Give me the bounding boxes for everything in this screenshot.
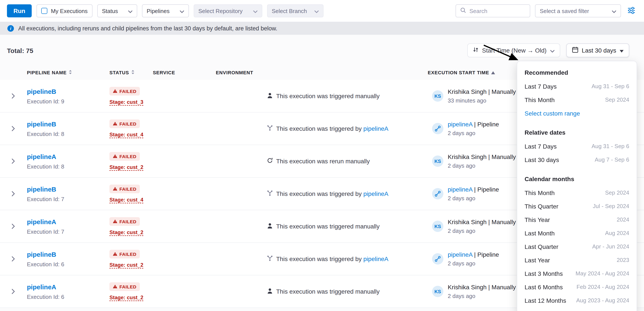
triggered-by: Krishika Singh | Manually — [448, 284, 516, 290]
triggered-by: Krishika Singh | Manually — [448, 153, 516, 160]
warning-triangle-icon — [113, 121, 117, 126]
expand-chevron-icon[interactable] — [8, 221, 18, 232]
sort-asc-icon[interactable] — [491, 70, 495, 75]
menu-item-value: Aug 2024 — [605, 230, 629, 236]
menu-item-select-custom-range[interactable]: Select custom range — [524, 106, 629, 120]
pipeline-name-link[interactable]: pipelineB — [27, 185, 56, 193]
menu-item-this-quarter[interactable]: This QuarterJul - Sep 2024 — [524, 199, 629, 213]
menu-item-last-7-days[interactable]: Last 7 DaysAug 31 - Sep 6 — [524, 80, 629, 93]
pipeline-avatar-icon — [432, 253, 443, 264]
pipeline-name-link[interactable]: pipelineA — [27, 218, 56, 225]
status-badge: FAILED — [110, 184, 140, 193]
search-input[interactable] — [470, 8, 526, 14]
status-badge: FAILED — [110, 120, 140, 128]
menu-item-last-6-months[interactable]: Last 6 MonthsFeb 2024 - Aug 2024 — [524, 280, 629, 294]
menu-item-label: This Year — [524, 216, 550, 223]
menu-section-calendar-months: Calendar months This MonthSep 2024 This … — [524, 172, 629, 307]
expand-chevron-icon[interactable] — [8, 286, 18, 297]
menu-item-label: This Quarter — [524, 203, 558, 210]
menu-section-title: Relative dates — [524, 126, 629, 140]
execution-id: Execution Id: 8 — [27, 163, 110, 170]
col-header-label: SERVICE — [153, 70, 175, 75]
pipeline-name-link[interactable]: pipelineB — [27, 88, 56, 95]
chevron-down-icon — [550, 47, 554, 54]
starter-pipeline-link[interactable]: pipelineA — [448, 186, 472, 193]
menu-item-last-30-days[interactable]: Last 30 daysAug 7 - Sep 6 — [524, 153, 629, 166]
sort-label: Start Time (New → Old) — [482, 47, 546, 54]
col-header-label: STATUS — [110, 70, 129, 75]
expand-chevron-icon[interactable] — [8, 91, 18, 101]
menu-item-this-year[interactable]: This Year2024 — [524, 213, 629, 226]
top-toolbar: Run My Executions Status Pipelines Selec… — [0, 0, 644, 22]
saved-filter-dropdown[interactable]: Select a saved filter — [535, 4, 621, 17]
menu-item-last-quarter[interactable]: Last QuarterApr - Jun 2024 — [524, 240, 629, 253]
search-box[interactable] — [456, 4, 530, 17]
trigger-cell: This execution was triggered by pipeline… — [216, 190, 428, 197]
menu-item-label: Last Month — [524, 230, 555, 236]
executions-page: Run My Executions Status Pipelines Selec… — [0, 0, 644, 311]
expand-chevron-icon[interactable] — [8, 188, 18, 199]
menu-item-label: Last Year — [524, 256, 550, 264]
warning-triangle-icon — [113, 219, 117, 224]
branch-filter-label: Select Branch — [272, 8, 307, 14]
sort-both-icon[interactable] — [131, 70, 134, 76]
menu-item-this-month[interactable]: This MonthSep 2024 — [524, 93, 629, 106]
stage-link[interactable]: Stage: cust_2 — [110, 229, 143, 236]
menu-item-last-7-days[interactable]: Last 7 DaysAug 31 - Sep 6 — [524, 140, 629, 153]
menu-item-value: Feb 2024 - Aug 2024 — [576, 284, 629, 290]
stage-link[interactable]: Stage: cust_2 — [110, 262, 143, 268]
menu-item-last-month[interactable]: Last MonthAug 2024 — [524, 226, 629, 240]
col-header-pipeline-name[interactable]: PIPELINE NAME — [27, 70, 110, 76]
sort-both-icon[interactable] — [69, 70, 72, 76]
my-executions-toggle[interactable]: My Executions — [36, 4, 92, 17]
col-header-status[interactable]: STATUS — [110, 70, 153, 76]
sort-dropdown[interactable]: Start Time (New → Old) — [467, 44, 560, 57]
pipelines-filter-dropdown[interactable]: Pipelines — [142, 4, 189, 17]
stage-link[interactable]: Stage: cust_2 — [110, 164, 143, 170]
menu-item-value: Jul - Sep 2024 — [593, 203, 629, 209]
repository-filter-dropdown[interactable]: Select Repository — [194, 4, 262, 17]
status-filter-dropdown[interactable]: Status — [97, 4, 137, 17]
filter-settings-button[interactable] — [626, 5, 637, 17]
warning-triangle-icon — [113, 88, 117, 94]
stage-link[interactable]: Stage: cust_2 — [110, 294, 143, 300]
status-badge: FAILED — [110, 250, 140, 258]
pipeline-name-link[interactable]: pipelineA — [27, 283, 56, 290]
pipeline-name-link[interactable]: pipelineA — [27, 153, 56, 160]
run-button[interactable]: Run — [7, 4, 32, 17]
triggered-by: Krishika Singh | Manually — [448, 218, 516, 226]
menu-item-last-12-months[interactable]: Last 12 MonthsAug 2023 - Aug 2024 — [524, 294, 629, 307]
starter-pipeline-link[interactable]: pipelineA — [448, 121, 472, 128]
stage-link[interactable]: Stage: cust_4 — [110, 132, 143, 138]
user-icon — [267, 288, 273, 295]
date-range-button[interactable]: Last 30 days — [566, 44, 629, 57]
menu-item-last-3-months[interactable]: Last 3 MonthsMay 2024 - Aug 2024 — [524, 267, 629, 280]
my-executions-checkbox[interactable] — [41, 8, 47, 14]
branch-filter-dropdown[interactable]: Select Branch — [267, 4, 324, 17]
status-text: FAILED — [120, 219, 136, 224]
execution-time-ago: 2 days ago — [448, 293, 516, 299]
trigger-pipeline-link[interactable]: pipelineA — [364, 256, 388, 262]
warning-triangle-icon — [113, 186, 117, 192]
pipeline-name-link[interactable]: pipelineB — [27, 250, 56, 258]
col-header-label: EXECUTION START TIME — [428, 70, 489, 75]
execution-id: Execution Id: 6 — [27, 261, 110, 267]
sliders-icon — [628, 7, 635, 15]
trigger-icon — [267, 190, 273, 197]
stage-link[interactable]: Stage: cust_4 — [110, 197, 143, 203]
stage-link[interactable]: Stage: cust_3 — [110, 99, 143, 105]
starter-pipeline-link[interactable]: pipelineA — [448, 251, 472, 258]
menu-item-last-year[interactable]: Last Year2023 — [524, 253, 629, 267]
col-header-label: PIPELINE NAME — [27, 70, 67, 75]
trigger-pipeline-link[interactable]: pipelineA — [364, 125, 388, 132]
expand-chevron-icon[interactable] — [8, 254, 18, 264]
expand-chevron-icon[interactable] — [8, 156, 18, 166]
pipeline-name-link[interactable]: pipelineB — [27, 120, 56, 128]
user-avatar: KS — [432, 221, 443, 232]
menu-item-label: Last 3 Months — [524, 270, 563, 277]
execution-id: Execution Id: 9 — [27, 98, 110, 104]
menu-item-this-month[interactable]: This MonthSep 2024 — [524, 186, 629, 199]
expand-chevron-icon[interactable] — [8, 123, 18, 134]
trigger-message: This execution was rerun manually — [276, 158, 370, 164]
trigger-pipeline-link[interactable]: pipelineA — [364, 190, 388, 197]
